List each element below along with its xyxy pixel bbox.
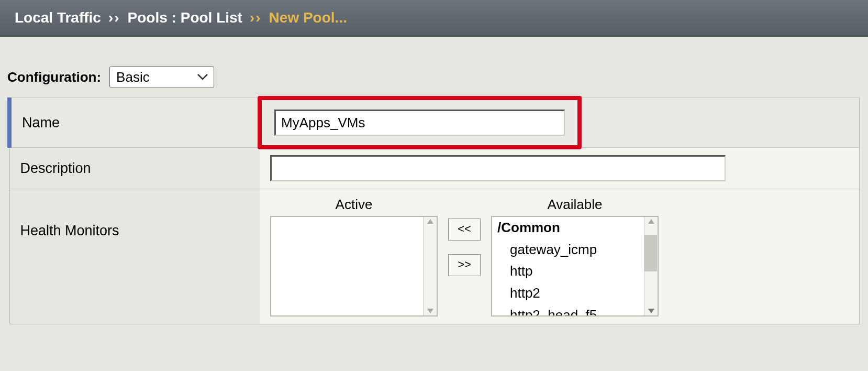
description-input[interactable] xyxy=(270,155,726,181)
scrollbar[interactable] xyxy=(423,217,437,315)
row-name-label: Name xyxy=(9,98,260,148)
form-table: Name Description Health Monitors Active xyxy=(7,97,860,324)
scroll-thumb[interactable] xyxy=(644,235,657,271)
scroll-up-icon xyxy=(426,217,435,226)
configuration-label: Configuration: xyxy=(7,69,101,85)
configuration-select[interactable]: Basic xyxy=(109,66,214,88)
move-left-button[interactable]: << xyxy=(448,219,481,241)
name-highlight xyxy=(258,96,582,149)
configuration-select-value: Basic xyxy=(116,69,150,85)
row-monitors-label: Health Monitors xyxy=(9,189,260,324)
breadcrumb-current: New Pool... xyxy=(269,9,347,26)
svg-marker-0 xyxy=(427,219,433,224)
scroll-down-icon xyxy=(647,306,656,315)
breadcrumb-pools[interactable]: Pools : Pool List xyxy=(128,9,242,26)
option-item[interactable]: http xyxy=(492,260,658,282)
breadcrumb: Local Traffic ›› Pools : Pool List ›› Ne… xyxy=(0,0,868,37)
option-group: /Common xyxy=(492,217,658,239)
scroll-down-icon xyxy=(426,306,435,315)
chevron-down-icon xyxy=(197,73,208,81)
row-description-label: Description xyxy=(9,148,260,189)
breadcrumb-sep: ›› xyxy=(101,9,128,26)
breadcrumb-local-traffic[interactable]: Local Traffic xyxy=(15,9,101,26)
option-item[interactable]: http2_head_f5 xyxy=(492,304,658,317)
active-label: Active xyxy=(336,197,373,213)
scroll-up-icon xyxy=(647,217,656,226)
monitors-duallist: Active << >> Available xyxy=(270,197,852,317)
scrollbar[interactable] xyxy=(644,217,658,315)
option-item[interactable]: http2 xyxy=(492,282,658,304)
svg-marker-1 xyxy=(427,309,433,313)
available-listbox[interactable]: /Common gateway_icmp http http2 http2_he… xyxy=(491,216,659,317)
svg-marker-3 xyxy=(648,309,654,313)
active-listbox[interactable] xyxy=(270,216,438,317)
option-item[interactable]: gateway_icmp xyxy=(492,239,658,261)
name-input[interactable] xyxy=(274,110,565,136)
available-label: Available xyxy=(547,197,602,213)
move-right-button[interactable]: >> xyxy=(448,254,481,276)
breadcrumb-sep: ›› xyxy=(242,9,269,26)
svg-marker-2 xyxy=(648,219,654,224)
